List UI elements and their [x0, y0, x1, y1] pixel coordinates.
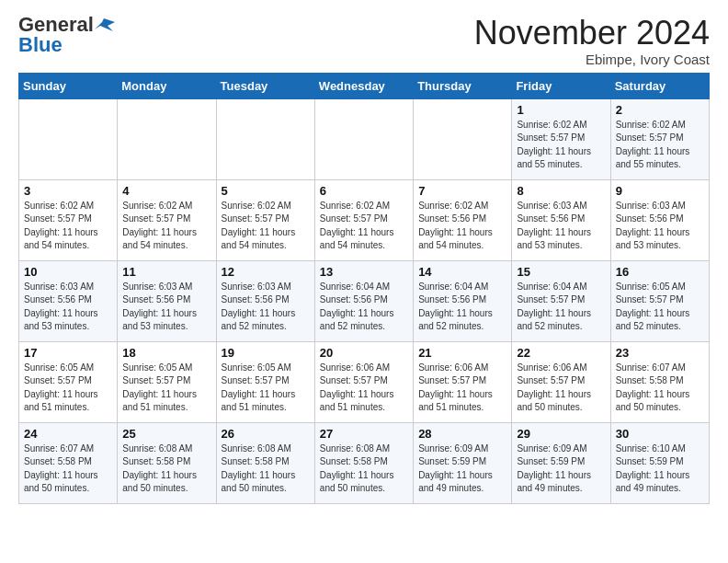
weekday-header-friday: Friday: [512, 73, 610, 98]
day-cell: 28Sunrise: 6:09 AM Sunset: 5:59 PM Dayli…: [414, 422, 512, 503]
day-info: Sunrise: 6:03 AM Sunset: 5:56 PM Dayligh…: [24, 281, 112, 334]
day-info: Sunrise: 6:02 AM Sunset: 5:57 PM Dayligh…: [320, 200, 408, 253]
day-info: Sunrise: 6:04 AM Sunset: 5:57 PM Dayligh…: [517, 281, 605, 334]
day-info: Sunrise: 6:08 AM Sunset: 5:58 PM Dayligh…: [320, 442, 408, 496]
day-number: 11: [122, 265, 210, 279]
day-number: 22: [517, 346, 605, 360]
day-info: Sunrise: 6:08 AM Sunset: 5:58 PM Dayligh…: [122, 442, 210, 496]
day-info: Sunrise: 6:06 AM Sunset: 5:57 PM Dayligh…: [418, 362, 506, 415]
day-cell: 4Sunrise: 6:02 AM Sunset: 5:57 PM Daylig…: [118, 179, 216, 260]
day-info: Sunrise: 6:03 AM Sunset: 5:56 PM Dayligh…: [517, 200, 605, 253]
day-info: Sunrise: 6:06 AM Sunset: 5:57 PM Dayligh…: [320, 362, 408, 415]
day-cell: 9Sunrise: 6:03 AM Sunset: 5:56 PM Daylig…: [610, 179, 709, 260]
day-info: Sunrise: 6:02 AM Sunset: 5:57 PM Dayligh…: [616, 119, 704, 172]
day-cell: 5Sunrise: 6:02 AM Sunset: 5:57 PM Daylig…: [216, 179, 314, 260]
day-info: Sunrise: 6:03 AM Sunset: 5:56 PM Dayligh…: [616, 200, 704, 253]
month-title: November 2024: [474, 15, 710, 52]
day-cell: 23Sunrise: 6:07 AM Sunset: 5:58 PM Dayli…: [610, 341, 709, 422]
week-row-2: 3Sunrise: 6:02 AM Sunset: 5:57 PM Daylig…: [19, 179, 710, 260]
day-info: Sunrise: 6:02 AM Sunset: 5:57 PM Dayligh…: [122, 200, 210, 253]
logo-general-text: General: [18, 15, 94, 35]
location: Ebimpe, Ivory Coast: [474, 52, 710, 67]
day-cell: [19, 98, 118, 179]
day-cell: [414, 98, 512, 179]
day-number: 14: [418, 265, 506, 279]
day-number: 30: [616, 427, 704, 441]
svg-marker-0: [95, 18, 115, 31]
day-number: 23: [616, 346, 704, 360]
day-info: Sunrise: 6:05 AM Sunset: 5:57 PM Dayligh…: [222, 362, 310, 415]
day-info: Sunrise: 6:07 AM Sunset: 5:58 PM Dayligh…: [616, 362, 704, 415]
day-number: 2: [616, 103, 704, 117]
day-cell: 30Sunrise: 6:10 AM Sunset: 5:59 PM Dayli…: [610, 422, 709, 503]
day-cell: 1Sunrise: 6:02 AM Sunset: 5:57 PM Daylig…: [512, 98, 610, 179]
day-number: 27: [320, 427, 408, 441]
day-cell: 24Sunrise: 6:07 AM Sunset: 5:58 PM Dayli…: [19, 422, 118, 503]
day-cell: 16Sunrise: 6:05 AM Sunset: 5:57 PM Dayli…: [610, 260, 709, 341]
day-number: 21: [418, 346, 506, 360]
day-cell: 13Sunrise: 6:04 AM Sunset: 5:56 PM Dayli…: [314, 260, 413, 341]
day-number: 29: [517, 427, 605, 441]
day-number: 13: [320, 265, 408, 279]
day-info: Sunrise: 6:03 AM Sunset: 5:56 PM Dayligh…: [222, 281, 310, 334]
day-cell: 8Sunrise: 6:03 AM Sunset: 5:56 PM Daylig…: [512, 179, 610, 260]
day-number: 26: [222, 427, 310, 441]
day-cell: 19Sunrise: 6:05 AM Sunset: 5:57 PM Dayli…: [216, 341, 314, 422]
logo-blue-text: Blue: [18, 35, 63, 55]
day-number: 7: [418, 184, 506, 198]
day-cell: 3Sunrise: 6:02 AM Sunset: 5:57 PM Daylig…: [19, 179, 118, 260]
week-row-4: 17Sunrise: 6:05 AM Sunset: 5:57 PM Dayli…: [19, 341, 710, 422]
day-cell: [118, 98, 216, 179]
day-info: Sunrise: 6:04 AM Sunset: 5:56 PM Dayligh…: [418, 281, 506, 334]
day-cell: 7Sunrise: 6:02 AM Sunset: 5:56 PM Daylig…: [414, 179, 512, 260]
day-number: 10: [24, 265, 112, 279]
day-cell: 11Sunrise: 6:03 AM Sunset: 5:56 PM Dayli…: [118, 260, 216, 341]
day-info: Sunrise: 6:07 AM Sunset: 5:58 PM Dayligh…: [24, 442, 112, 496]
day-info: Sunrise: 6:03 AM Sunset: 5:56 PM Dayligh…: [122, 281, 210, 334]
day-cell: 12Sunrise: 6:03 AM Sunset: 5:56 PM Dayli…: [216, 260, 314, 341]
day-cell: 22Sunrise: 6:06 AM Sunset: 5:57 PM Dayli…: [512, 341, 610, 422]
day-number: 5: [222, 184, 310, 198]
calendar-page: General Blue November 2024 Ebimpe, Ivory…: [0, 0, 728, 523]
day-info: Sunrise: 6:02 AM Sunset: 5:56 PM Dayligh…: [418, 200, 506, 253]
day-cell: 21Sunrise: 6:06 AM Sunset: 5:57 PM Dayli…: [414, 341, 512, 422]
calendar-table: SundayMondayTuesdayWednesdayThursdayFrid…: [18, 73, 710, 504]
day-cell: 25Sunrise: 6:08 AM Sunset: 5:58 PM Dayli…: [118, 422, 216, 503]
day-info: Sunrise: 6:02 AM Sunset: 5:57 PM Dayligh…: [517, 119, 605, 172]
day-cell: 15Sunrise: 6:04 AM Sunset: 5:57 PM Dayli…: [512, 260, 610, 341]
day-number: 28: [418, 427, 506, 441]
day-number: 25: [122, 427, 210, 441]
weekday-header-row: SundayMondayTuesdayWednesdayThursdayFrid…: [19, 73, 710, 98]
day-number: 9: [616, 184, 704, 198]
logo-bird-icon: [95, 17, 115, 33]
weekday-header-thursday: Thursday: [414, 73, 512, 98]
title-block: November 2024 Ebimpe, Ivory Coast: [474, 15, 710, 67]
header: General Blue November 2024 Ebimpe, Ivory…: [18, 15, 710, 67]
weekday-header-sunday: Sunday: [19, 73, 118, 98]
day-number: 17: [24, 346, 112, 360]
day-info: Sunrise: 6:05 AM Sunset: 5:57 PM Dayligh…: [122, 362, 210, 415]
day-cell: 10Sunrise: 6:03 AM Sunset: 5:56 PM Dayli…: [19, 260, 118, 341]
day-info: Sunrise: 6:05 AM Sunset: 5:57 PM Dayligh…: [24, 362, 112, 415]
day-number: 3: [24, 184, 112, 198]
day-number: 20: [320, 346, 408, 360]
day-info: Sunrise: 6:08 AM Sunset: 5:58 PM Dayligh…: [222, 442, 310, 496]
day-number: 4: [122, 184, 210, 198]
day-number: 12: [222, 265, 310, 279]
day-cell: 17Sunrise: 6:05 AM Sunset: 5:57 PM Dayli…: [19, 341, 118, 422]
weekday-header-monday: Monday: [118, 73, 216, 98]
day-number: 6: [320, 184, 408, 198]
day-info: Sunrise: 6:02 AM Sunset: 5:57 PM Dayligh…: [222, 200, 310, 253]
day-info: Sunrise: 6:09 AM Sunset: 5:59 PM Dayligh…: [418, 442, 506, 496]
week-row-1: 1Sunrise: 6:02 AM Sunset: 5:57 PM Daylig…: [19, 98, 710, 179]
week-row-3: 10Sunrise: 6:03 AM Sunset: 5:56 PM Dayli…: [19, 260, 710, 341]
day-cell: 14Sunrise: 6:04 AM Sunset: 5:56 PM Dayli…: [414, 260, 512, 341]
day-cell: 29Sunrise: 6:09 AM Sunset: 5:59 PM Dayli…: [512, 422, 610, 503]
day-number: 24: [24, 427, 112, 441]
day-cell: 20Sunrise: 6:06 AM Sunset: 5:57 PM Dayli…: [314, 341, 413, 422]
weekday-header-tuesday: Tuesday: [216, 73, 314, 98]
day-cell: [216, 98, 314, 179]
day-cell: 18Sunrise: 6:05 AM Sunset: 5:57 PM Dayli…: [118, 341, 216, 422]
day-cell: 26Sunrise: 6:08 AM Sunset: 5:58 PM Dayli…: [216, 422, 314, 503]
day-info: Sunrise: 6:02 AM Sunset: 5:57 PM Dayligh…: [24, 200, 112, 253]
